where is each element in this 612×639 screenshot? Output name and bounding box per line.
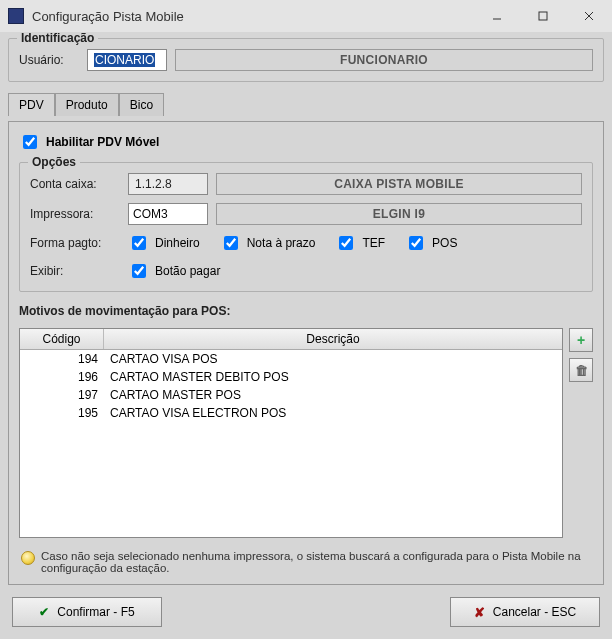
options-legend: Opções [28, 155, 80, 169]
lightbulb-icon [21, 551, 35, 565]
table-row[interactable]: 195CARTAO VISA ELECTRON POS [20, 404, 562, 422]
conta-label: Conta caixa: [30, 177, 120, 191]
usuario-input[interactable]: CIONARIO [87, 49, 167, 71]
pay-nota[interactable]: Nota à prazo [220, 233, 316, 253]
minimize-button[interactable] [474, 0, 520, 32]
confirm-label: Confirmar - F5 [57, 605, 134, 619]
enable-pdv-check-input[interactable] [23, 135, 37, 149]
maximize-icon [538, 11, 548, 21]
pay-tef[interactable]: TEF [335, 233, 385, 253]
conta-input[interactable]: 1.1.2.8 [128, 173, 208, 195]
options-group: Opções Conta caixa: 1.1.2.8 CAIXA PISTA … [19, 162, 593, 292]
svg-rect-1 [539, 12, 547, 20]
motives-table[interactable]: Código Descrição 194CARTAO VISA POS196CA… [19, 328, 563, 538]
titlebar: Configuração Pista Mobile [0, 0, 612, 32]
tab-body-pdv: Habilitar PDV Móvel Opções Conta caixa: … [8, 121, 604, 585]
cancel-button[interactable]: ✘ Cancelar - ESC [450, 597, 600, 627]
pay-pos[interactable]: POS [405, 233, 457, 253]
tab-header: PDV Produto Bico [8, 92, 604, 115]
maximize-button[interactable] [520, 0, 566, 32]
motives-side-buttons: + 🗑 [569, 328, 593, 538]
identification-legend: Identificação [17, 32, 98, 45]
tab-bico[interactable]: Bico [119, 93, 164, 116]
printer-hint: Caso não seja selecionado nenhuma impres… [19, 548, 593, 576]
exibir-label: Exibir: [30, 264, 120, 278]
identification-group: Identificação Usuário: CIONARIO FUNCIONA… [8, 38, 604, 82]
col-codigo[interactable]: Código [20, 329, 104, 349]
usuario-value: CIONARIO [94, 53, 155, 67]
pay-dinheiro[interactable]: Dinheiro [128, 233, 200, 253]
delete-motive-button[interactable]: 🗑 [569, 358, 593, 382]
motives-title: Motivos de movimentação para POS: [19, 304, 593, 318]
confirm-button[interactable]: ✔ Confirmar - F5 [12, 597, 162, 627]
cancel-label: Cancelar - ESC [493, 605, 576, 619]
cancel-icon: ✘ [474, 605, 485, 620]
printer-hint-text: Caso não seja selecionado nenhuma impres… [41, 550, 591, 574]
usuario-display: FUNCIONARIO [175, 49, 593, 71]
cell-desc: CARTAO MASTER DEBITO POS [104, 368, 562, 386]
usuario-label: Usuário: [19, 53, 79, 67]
plus-icon: + [577, 332, 585, 348]
app-icon [8, 8, 24, 24]
enable-pdv-label: Habilitar PDV Móvel [46, 135, 159, 149]
motives-table-wrap: Código Descrição 194CARTAO VISA POS196CA… [19, 328, 593, 538]
impressora-label: Impressora: [30, 207, 120, 221]
impressora-input[interactable] [128, 203, 208, 225]
minimize-icon [492, 11, 502, 21]
window-controls [474, 0, 612, 32]
cell-desc: CARTAO VISA POS [104, 350, 562, 368]
conta-display: CAIXA PISTA MOBILE [216, 173, 582, 195]
formapg-label: Forma pagto: [30, 236, 120, 250]
conta-value: 1.1.2.8 [135, 177, 172, 191]
trash-icon: 🗑 [575, 363, 588, 378]
impressora-display: ELGIN I9 [216, 203, 582, 225]
cell-desc: CARTAO MASTER POS [104, 386, 562, 404]
check-icon: ✔ [39, 605, 49, 619]
add-motive-button[interactable]: + [569, 328, 593, 352]
tab-produto[interactable]: Produto [55, 93, 119, 116]
tab-pdv[interactable]: PDV [8, 93, 55, 116]
table-row[interactable]: 194CARTAO VISA POS [20, 350, 562, 368]
window-title: Configuração Pista Mobile [32, 9, 474, 24]
table-row[interactable]: 196CARTAO MASTER DEBITO POS [20, 368, 562, 386]
botao-pagar[interactable]: Botão pagar [128, 261, 220, 281]
close-icon [584, 11, 594, 21]
cell-codigo: 197 [20, 386, 104, 404]
close-button[interactable] [566, 0, 612, 32]
dialog-footer: ✔ Confirmar - F5 ✘ Cancelar - ESC [8, 591, 604, 631]
enable-pdv-checkbox[interactable]: Habilitar PDV Móvel [19, 132, 593, 152]
client-area: Identificação Usuário: CIONARIO FUNCIONA… [0, 32, 612, 639]
cell-codigo: 194 [20, 350, 104, 368]
cell-desc: CARTAO VISA ELECTRON POS [104, 404, 562, 422]
cell-codigo: 196 [20, 368, 104, 386]
cell-codigo: 195 [20, 404, 104, 422]
motives-tbody[interactable]: 194CARTAO VISA POS196CARTAO MASTER DEBIT… [20, 350, 562, 537]
col-desc[interactable]: Descrição [104, 329, 562, 349]
motives-thead: Código Descrição [20, 329, 562, 350]
formapg-options: Dinheiro Nota à prazo TEF POS [128, 233, 457, 253]
modal-window: Configuração Pista Mobile Identificação … [0, 0, 612, 639]
table-row[interactable]: 197CARTAO MASTER POS [20, 386, 562, 404]
